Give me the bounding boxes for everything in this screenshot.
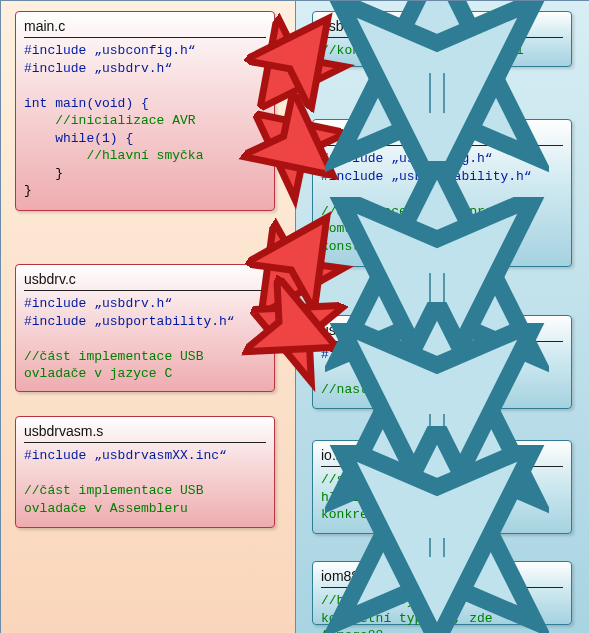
box-usbconfig-h: usbconfig.h //konfigurace USB zařízení (312, 11, 572, 67)
box-io-h: io.h //soubor pro „inkludování“ hlavičko… (312, 440, 572, 534)
box-title: usbdrv.h (321, 126, 563, 146)
code-body: #include „usbdrvasmXX.inc“ //část implem… (24, 447, 266, 517)
box-title: usbdrvasm.s (24, 423, 266, 443)
box-title: usbconfig.h (321, 18, 563, 38)
code-body: #include „usbconfig.h“ #include „usbport… (321, 150, 563, 255)
diagram-stage: main.c #include „usbconfig.h“ #include „… (0, 0, 589, 633)
box-title: io.h (321, 447, 563, 467)
code-body: //soubor pro „inkludování“ hlavičkového … (321, 471, 563, 524)
box-usbdrv-c: usbdrv.c #include „usbdrv.h“ #include „u… (15, 264, 275, 392)
code-body: #include „usbconfig.h“ #include „usbdrv.… (24, 42, 266, 200)
box-title: main.c (24, 18, 266, 38)
box-usbdrv-h: usbdrv.h #include „usbconfig.h“ #include… (312, 119, 572, 267)
box-main-c: main.c #include „usbconfig.h“ #include „… (15, 11, 275, 211)
code-body: #include „usbdrv.h“ #include „usbportabi… (24, 295, 266, 383)
box-title: iom88.h (321, 568, 563, 588)
code-body: //konfigurace USB zařízení (321, 42, 563, 60)
box-usbdrvasm-s: usbdrvasm.s #include „usbdrvasmXX.inc“ /… (15, 416, 275, 528)
box-iom88-h: iom88.h //hlavičkový soubor pro konkrétn… (312, 561, 572, 625)
box-title: usbdrv.c (24, 271, 266, 291)
box-title: usbportability.h (321, 322, 563, 342)
box-usbportability-h: usbportability.h #include „io.h“ //nasta… (312, 315, 572, 409)
code-body: #include „io.h“ //nastavení kompilátoru (321, 346, 563, 399)
code-body: //hlavičkový soubor pro konkrétní typ AV… (321, 592, 563, 633)
